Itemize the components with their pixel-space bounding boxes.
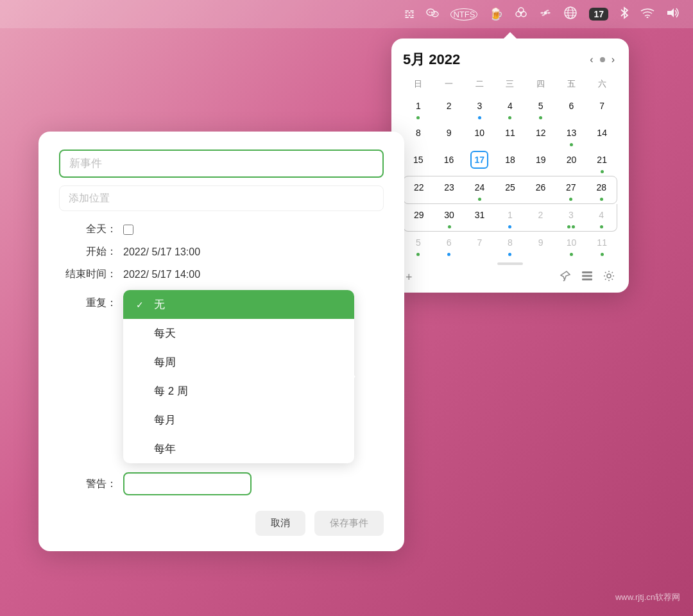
cal-day-31[interactable]: 31 — [465, 204, 495, 231]
wifi-icon[interactable] — [640, 8, 654, 21]
repeat-option-daily[interactable]: 每天 — [123, 319, 354, 348]
cal-add-button[interactable]: + — [406, 271, 413, 284]
repeat-option-monthly[interactable]: 每月 — [123, 406, 354, 434]
calendar-scrollbar[interactable] — [497, 262, 523, 265]
bluetooth-icon[interactable] — [620, 6, 629, 22]
cal-pin-button[interactable] — [560, 270, 571, 285]
alert-row: 警告： — [59, 472, 384, 495]
start-value[interactable]: 2022/ 5/17 13:00 — [123, 246, 200, 258]
cal-day-next-8[interactable]: 8 — [495, 232, 526, 259]
event-creation-panel: 全天： 开始： 2022/ 5/17 13:00 结束时间： 2022/ 5/1… — [38, 132, 404, 551]
cal-settings-button[interactable] — [603, 270, 615, 285]
repeat-option-biweekly[interactable]: 每 2 周 — [123, 377, 354, 406]
cal-day-1[interactable]: 1 — [403, 95, 434, 122]
cal-day-19[interactable]: 19 — [526, 149, 556, 176]
cal-day-27[interactable]: 27 — [556, 176, 586, 203]
cal-day-30[interactable]: 30 — [434, 204, 464, 231]
cal-prev-button[interactable]: ‹ — [587, 53, 595, 67]
weekday-2: 二 — [464, 76, 495, 92]
cal-day-14[interactable]: 14 — [586, 122, 617, 149]
cal-day-21[interactable]: 21 — [586, 149, 617, 176]
cal-next-button[interactable]: › — [609, 53, 617, 67]
end-value[interactable]: 2022/ 5/17 14:00 — [123, 269, 200, 280]
cal-day-next-2[interactable]: 2 — [526, 204, 556, 231]
cal-day-23[interactable]: 23 — [434, 176, 464, 203]
cal-day-6[interactable]: 6 — [556, 95, 587, 122]
svg-point-1 — [429, 12, 431, 13]
weekday-6: 六 — [586, 76, 617, 92]
calendar-week-3: 15 16 17 18 19 20 21 — [403, 149, 617, 176]
plugin-icon[interactable]: 𝌺 — [404, 7, 415, 21]
repeat-option-none[interactable]: ✓ 无 — [123, 290, 354, 319]
cal-day-13[interactable]: 13 — [556, 122, 587, 149]
beer-icon[interactable]: 🍺 — [489, 7, 503, 21]
save-event-button[interactable]: 保存事件 — [314, 511, 384, 536]
cal-day-3[interactable]: 3 — [464, 95, 495, 122]
volume-icon[interactable] — [666, 7, 680, 22]
cancel-button[interactable]: 取消 — [255, 511, 305, 536]
repeat-option-biweekly-label: 每 2 周 — [154, 384, 188, 398]
weekday-0: 日 — [403, 76, 434, 92]
repeat-option-weekly[interactable]: 每周 — [123, 348, 354, 377]
cal-list-button[interactable] — [581, 270, 593, 285]
all-day-row: 全天： — [59, 223, 384, 236]
cal-day-15[interactable]: 15 — [403, 149, 434, 176]
cal-day-29[interactable]: 29 — [404, 204, 434, 231]
cal-day-next-11[interactable]: 11 — [586, 232, 617, 259]
svg-point-22 — [607, 274, 611, 278]
alert-select[interactable] — [123, 472, 252, 495]
cal-day-20[interactable]: 20 — [556, 149, 587, 176]
repeat-dropdown[interactable]: ✓ 无 每天 每周 每 2 周 每月 — [123, 290, 341, 463]
cal-day-next-3[interactable]: 3 — [556, 204, 586, 231]
globe-icon[interactable] — [563, 6, 578, 23]
cal-day-17[interactable]: 17 — [464, 149, 495, 176]
end-label: 结束时间： — [59, 268, 117, 281]
cal-day-next-5[interactable]: 5 — [403, 232, 434, 259]
menubar: 𝌺 NTFS 🍺 17 — [0, 0, 693, 28]
cal-day-8[interactable]: 8 — [403, 122, 434, 149]
repeat-option-yearly[interactable]: 每年 — [123, 434, 354, 463]
cal-day-next-6[interactable]: 6 — [434, 232, 465, 259]
cal-day-next-10[interactable]: 10 — [556, 232, 587, 259]
svg-rect-19 — [582, 271, 592, 273]
cal-day-next-1[interactable]: 1 — [495, 204, 525, 231]
cal-day-4[interactable]: 4 — [495, 95, 526, 122]
repeat-option-daily-label: 每天 — [154, 326, 176, 341]
cal-day-2[interactable]: 2 — [434, 95, 465, 122]
start-label: 开始： — [59, 245, 117, 259]
calendar-week-2: 8 9 10 11 12 13 14 — [403, 122, 617, 149]
wechat-icon[interactable] — [426, 6, 439, 22]
cal-day-5[interactable]: 5 — [526, 95, 556, 122]
cal-day-next-7[interactable]: 7 — [464, 232, 495, 259]
end-row: 结束时间： 2022/ 5/17 14:00 — [59, 268, 384, 281]
ntfs-icon[interactable]: NTFS — [450, 8, 477, 21]
calendar-date-badge[interactable]: 17 — [589, 8, 608, 21]
cal-day-25[interactable]: 25 — [495, 176, 525, 203]
cal-today-dot[interactable] — [600, 57, 605, 62]
clover-icon[interactable] — [515, 6, 527, 22]
cal-day-18[interactable]: 18 — [495, 149, 526, 176]
cal-day-10[interactable]: 10 — [464, 122, 495, 149]
cal-day-26[interactable]: 26 — [526, 176, 556, 203]
cal-day-next-9[interactable]: 9 — [526, 232, 556, 259]
cal-day-22[interactable]: 22 — [404, 176, 434, 203]
cal-day-7[interactable]: 7 — [586, 95, 617, 122]
weekday-4: 四 — [526, 76, 556, 92]
event-location-input[interactable] — [59, 185, 384, 211]
fan-icon[interactable] — [539, 6, 552, 22]
cal-day-next-4[interactable]: 4 — [586, 204, 617, 231]
cal-day-28[interactable]: 28 — [586, 176, 617, 203]
cal-day-12[interactable]: 12 — [526, 122, 556, 149]
cal-day-11[interactable]: 11 — [495, 122, 526, 149]
calendar-nav: ‹ › — [587, 53, 617, 67]
all-day-checkbox[interactable] — [123, 225, 133, 235]
event-title-input[interactable] — [59, 150, 384, 178]
cal-day-9[interactable]: 9 — [434, 122, 465, 149]
weekday-3: 三 — [495, 76, 526, 92]
svg-point-9 — [520, 12, 522, 14]
cal-day-24[interactable]: 24 — [465, 176, 495, 203]
calendar-weekdays: 日 一 二 三 四 五 六 — [403, 76, 617, 92]
svg-marker-17 — [667, 8, 674, 17]
cal-day-16[interactable]: 16 — [434, 149, 465, 176]
repeat-label: 重复： — [59, 296, 117, 310]
